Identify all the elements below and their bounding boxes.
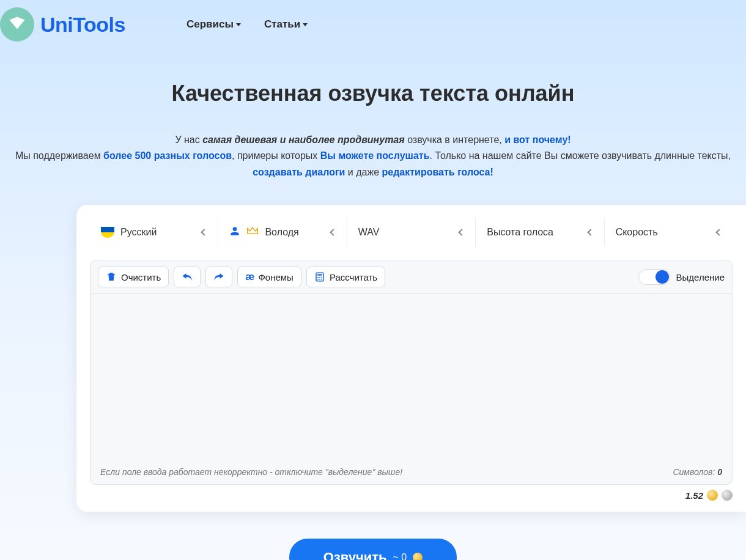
- voice-button[interactable]: Озвучить ~ 0: [289, 539, 457, 560]
- editor: Очистить æ Фонемы Рассчитать: [90, 260, 733, 485]
- format-select[interactable]: WAV: [347, 218, 476, 246]
- calculator-icon: [314, 271, 325, 282]
- language-select[interactable]: Русский: [90, 218, 218, 246]
- nav-articles-label: Статьи: [264, 18, 300, 31]
- highlight-toggle-wrap: Выделение: [638, 269, 725, 285]
- coin-gold-icon: [707, 490, 718, 501]
- svg-point-4: [319, 277, 320, 278]
- voices-count: более 500 разных голосов: [103, 150, 232, 161]
- pitch-select[interactable]: Высота голоса: [476, 218, 604, 246]
- voice-label: Володя: [265, 227, 298, 238]
- ae-icon: æ: [245, 271, 254, 283]
- logo[interactable]: UniTools: [0, 7, 125, 42]
- svg-rect-2: [317, 274, 322, 276]
- char-counter: Символов: 0: [673, 467, 722, 477]
- price-row: 1.52: [76, 485, 746, 501]
- chevron-left-icon: [330, 229, 336, 236]
- dialogs-link[interactable]: создавать диалоги: [253, 167, 345, 177]
- header: UniTools Сервисы Статьи: [0, 0, 746, 49]
- highlight-toggle[interactable]: [638, 269, 670, 285]
- cta-wrap: Озвучить ~ 0: [0, 539, 746, 560]
- person-icon: [229, 226, 240, 239]
- logo-text: UniTools: [40, 13, 125, 37]
- calculate-label: Рассчитать: [330, 272, 377, 282]
- phonemes-label: Фонемы: [258, 272, 293, 282]
- calculate-button[interactable]: Рассчитать: [306, 267, 385, 287]
- chevron-left-icon: [587, 229, 594, 236]
- nav-articles[interactable]: Статьи: [264, 18, 308, 31]
- chevron-down-icon: [303, 23, 308, 26]
- listen-link[interactable]: Вы можете послушать: [320, 150, 430, 161]
- undo-button[interactable]: [174, 267, 201, 287]
- crown-icon: [246, 226, 259, 238]
- pitch-label: Высота голоса: [487, 227, 553, 238]
- svg-point-6: [317, 279, 319, 280]
- intro-text: У нас самая дешевая и наиболее продвинут…: [0, 112, 746, 180]
- nav: Сервисы Статьи: [186, 18, 308, 31]
- phonemes-button[interactable]: æ Фонемы: [237, 267, 301, 287]
- page-title: Качественная озвучка текста онлайн: [12, 81, 734, 106]
- chevron-left-icon: [715, 229, 722, 236]
- redo-icon: [213, 271, 224, 282]
- svg-point-7: [319, 279, 320, 280]
- speed-label: Скорость: [616, 227, 658, 238]
- why-link[interactable]: и вот почему!: [504, 134, 571, 145]
- selector-row: Русский Володя WAV Выс: [76, 205, 746, 246]
- flag-icon: [101, 227, 114, 238]
- price-value: 1.52: [685, 490, 703, 501]
- clear-button[interactable]: Очистить: [98, 267, 169, 287]
- nav-services-label: Сервисы: [186, 18, 234, 31]
- chevron-left-icon: [459, 229, 465, 236]
- coin-gold-icon: [413, 553, 423, 560]
- speed-select[interactable]: Скорость: [605, 218, 733, 246]
- tts-panel: Русский Володя WAV Выс: [76, 205, 746, 512]
- chevron-left-icon: [201, 229, 208, 236]
- svg-marker-0: [10, 20, 25, 29]
- undo-icon: [182, 271, 193, 282]
- highlight-toggle-label: Выделение: [676, 272, 725, 282]
- svg-point-5: [321, 277, 322, 278]
- edit-voices-link[interactable]: редактировать голоса!: [382, 167, 493, 177]
- nav-services[interactable]: Сервисы: [186, 18, 241, 31]
- coin-silver-icon: [722, 490, 733, 501]
- svg-point-3: [317, 277, 319, 278]
- text-input[interactable]: [90, 293, 732, 459]
- trash-icon: [106, 271, 117, 282]
- language-label: Русский: [120, 227, 157, 238]
- svg-point-8: [321, 279, 322, 280]
- voice-button-label: Озвучить: [323, 550, 387, 560]
- editor-toolbar: Очистить æ Фонемы Рассчитать: [90, 260, 732, 293]
- voice-button-cost: ~ 0: [393, 552, 407, 560]
- voice-select[interactable]: Володя: [218, 218, 347, 246]
- toggle-knob: [656, 270, 669, 284]
- redo-button[interactable]: [205, 267, 232, 287]
- editor-footer: Если поле ввода работает некорректно - о…: [90, 461, 732, 484]
- editor-hint: Если поле ввода работает некорректно - о…: [100, 467, 402, 477]
- chevron-down-icon: [236, 23, 241, 26]
- logo-icon: [0, 7, 34, 42]
- hero: Качественная озвучка текста онлайн: [0, 49, 746, 112]
- clear-label: Очистить: [121, 272, 161, 282]
- format-label: WAV: [358, 227, 380, 238]
